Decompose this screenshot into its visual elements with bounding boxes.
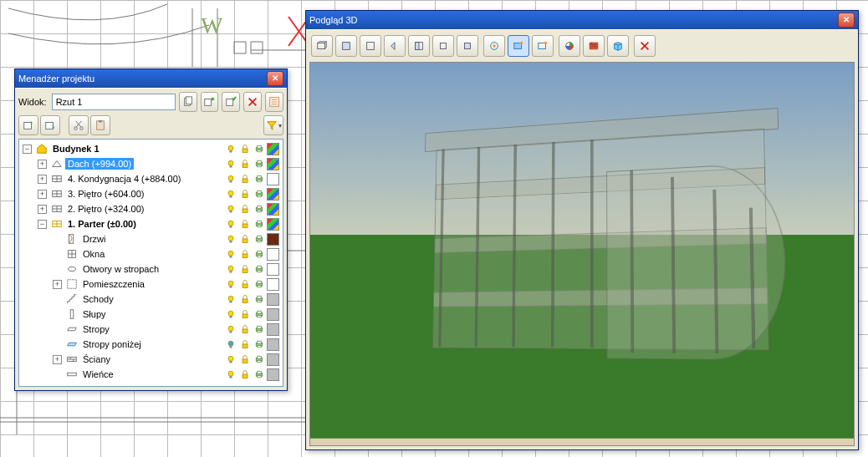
texture-mode-icon[interactable] — [583, 35, 605, 57]
color-swatch[interactable] — [267, 203, 279, 216]
print-icon[interactable] — [253, 248, 265, 261]
view-left-icon[interactable] — [384, 35, 406, 57]
view-input[interactable] — [52, 94, 176, 110]
print-icon[interactable] — [253, 143, 265, 155]
expand-icon[interactable]: + — [38, 190, 47, 199]
shade-mode-2-icon[interactable] — [532, 35, 554, 57]
lock-icon[interactable] — [238, 263, 251, 276]
lock-icon[interactable] — [238, 188, 251, 201]
collapse-icon[interactable]: − — [38, 220, 47, 229]
lightbulb-icon[interactable] — [224, 323, 237, 336]
color-swatch[interactable] — [267, 188, 279, 201]
lightbulb-icon[interactable] — [224, 263, 237, 276]
print-icon[interactable] — [253, 173, 265, 185]
print-icon[interactable] — [253, 323, 265, 336]
tree-node[interactable]: +Pomieszczenia — [19, 277, 283, 292]
print-icon[interactable] — [253, 263, 265, 276]
insert-level-icon[interactable] — [40, 115, 60, 135]
view-copy-icon[interactable] — [179, 92, 197, 112]
preview-3d-titlebar[interactable]: Podgląd 3D ✕ — [306, 11, 858, 29]
lightbulb-icon[interactable] — [224, 293, 237, 306]
expand-icon[interactable]: + — [53, 355, 62, 364]
color-swatch[interactable] — [267, 293, 279, 306]
view-list-icon[interactable] — [265, 92, 283, 112]
shade-mode-1-icon[interactable] — [508, 35, 529, 57]
tree-node[interactable]: Stropy poniżej — [19, 337, 283, 352]
lightbulb-icon[interactable] — [224, 218, 237, 231]
lock-icon[interactable] — [238, 203, 251, 216]
print-icon[interactable] — [253, 203, 265, 216]
lock-icon[interactable] — [238, 233, 251, 246]
lightbulb-icon[interactable] — [224, 188, 237, 201]
color-swatch[interactable] — [267, 248, 279, 261]
lightbulb-icon[interactable] — [224, 158, 237, 170]
lightbulb-icon[interactable] — [224, 353, 237, 366]
lock-icon[interactable] — [238, 293, 251, 306]
project-tree[interactable]: −Budynek 1+Dach (+994.00)+4. Kondygnacja… — [18, 139, 283, 387]
view-persp-icon[interactable] — [311, 35, 333, 57]
print-icon[interactable] — [253, 218, 265, 231]
lock-icon[interactable] — [238, 158, 251, 170]
color-swatch[interactable] — [267, 263, 279, 276]
tree-node[interactable]: Okna — [19, 246, 283, 262]
color-swatch[interactable] — [267, 158, 279, 170]
lock-icon[interactable] — [238, 218, 251, 231]
box-mode-icon[interactable] — [607, 35, 629, 57]
print-icon[interactable] — [253, 308, 265, 321]
lock-icon[interactable] — [238, 278, 251, 291]
tree-node[interactable]: +4. Kondygnacja 4 (+884.00) — [19, 171, 283, 186]
lightbulb-icon[interactable] — [224, 203, 237, 216]
tree-node[interactable]: +Dach (+994.00) — [19, 156, 283, 171]
filter-icon[interactable]: ▾ — [263, 115, 283, 135]
print-icon[interactable] — [253, 188, 265, 201]
lightbulb-icon[interactable] — [224, 143, 237, 155]
viewport-3d[interactable] — [309, 62, 855, 446]
lightbulb-icon[interactable] — [224, 368, 237, 381]
color-swatch[interactable] — [267, 353, 279, 366]
color-swatch[interactable] — [267, 338, 279, 351]
view-bottom-icon[interactable] — [457, 35, 478, 57]
collapse-icon[interactable]: − — [23, 145, 32, 154]
view-top-icon[interactable] — [432, 35, 454, 57]
print-icon[interactable] — [253, 368, 265, 381]
lock-icon[interactable] — [238, 368, 251, 381]
expand-icon[interactable]: + — [53, 280, 62, 289]
orbit-icon[interactable] — [483, 35, 505, 57]
tree-node[interactable]: −1. Parter (±0.00) — [19, 216, 283, 231]
lock-icon[interactable] — [238, 143, 251, 155]
view-front-icon[interactable] — [335, 35, 357, 57]
color-mode-icon[interactable] — [559, 35, 580, 57]
expand-icon[interactable]: + — [38, 205, 47, 214]
tree-node[interactable]: −Budynek 1 — [19, 141, 283, 156]
color-swatch[interactable] — [267, 173, 279, 185]
print-icon[interactable] — [253, 338, 265, 351]
print-icon[interactable] — [253, 353, 265, 366]
expand-icon[interactable]: + — [38, 175, 47, 184]
lightbulb-icon[interactable] — [224, 248, 237, 261]
tree-node[interactable]: Stropy — [19, 322, 283, 337]
lightbulb-icon[interactable] — [224, 233, 237, 246]
color-swatch[interactable] — [267, 368, 279, 381]
lightbulb-icon[interactable] — [224, 173, 237, 185]
expand-icon[interactable]: + — [38, 160, 47, 169]
print-icon[interactable] — [253, 293, 265, 306]
tree-node[interactable]: +2. Piętro (+324.00) — [19, 201, 283, 216]
lock-icon[interactable] — [238, 248, 251, 261]
color-swatch[interactable] — [267, 233, 279, 246]
print-icon[interactable] — [253, 158, 265, 170]
color-swatch[interactable] — [267, 308, 279, 321]
lightbulb-icon[interactable] — [224, 278, 237, 291]
tree-node[interactable]: +3. Piętro (+604.00) — [19, 186, 283, 201]
tree-node[interactable]: Otwory w stropach — [19, 262, 283, 277]
insert-project-icon[interactable] — [18, 115, 38, 135]
color-swatch[interactable] — [267, 143, 279, 155]
lock-icon[interactable] — [238, 338, 251, 351]
color-swatch[interactable] — [267, 278, 279, 291]
cut-icon[interactable] — [69, 115, 89, 135]
project-manager-titlebar[interactable]: Menadżer projektu ✕ — [15, 69, 287, 88]
lightbulb-icon[interactable] — [224, 308, 237, 321]
view-back-icon[interactable] — [360, 35, 381, 57]
tree-node[interactable]: Słupy — [19, 307, 283, 322]
color-swatch[interactable] — [267, 218, 279, 231]
lightbulb-icon[interactable] — [224, 338, 237, 351]
